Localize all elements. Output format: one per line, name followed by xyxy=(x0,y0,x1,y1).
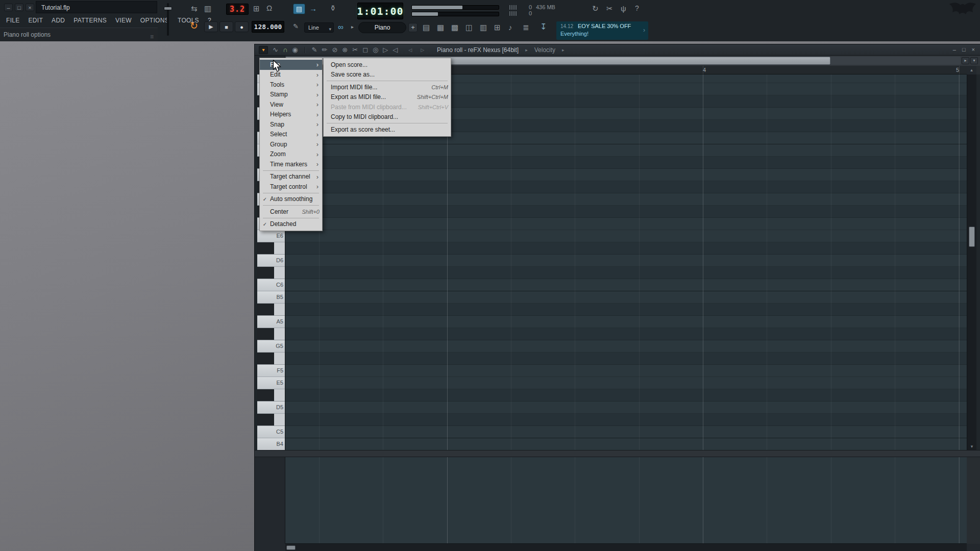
grid-row-d6[interactable] xyxy=(285,255,967,267)
main-volume-knob[interactable] xyxy=(164,7,172,10)
stop-button[interactable]: ■ xyxy=(219,21,233,32)
playlist-panel-icon[interactable]: ▤ xyxy=(423,23,430,31)
piano-key-c6[interactable]: C6 xyxy=(257,279,285,291)
grid-row-ds5[interactable] xyxy=(285,389,967,402)
app-close-button[interactable]: × xyxy=(26,4,34,11)
master-pitch-slider[interactable] xyxy=(411,12,499,16)
app-minimize-button[interactable]: – xyxy=(4,4,13,11)
grid-row-c6[interactable] xyxy=(285,279,967,291)
pr-close-button[interactable]: × xyxy=(972,46,975,53)
piano-roll-titlebar[interactable]: ▾ ∿ ∩ ◉ ✎ ✏ ⊘ ⊗ ✂ ◻ ◎ ▷ ◁ ◁ ▷ Piano roll… xyxy=(255,44,980,56)
grid-row-a6[interactable] xyxy=(285,169,967,181)
menu-item-edit[interactable]: Edit› xyxy=(260,70,322,80)
piano-key-as5[interactable] xyxy=(257,304,285,316)
piano-roll-panel-icon[interactable]: ▩ xyxy=(451,23,458,31)
stamp-tool-icon[interactable]: ◉ xyxy=(292,46,298,53)
grid-row-ds6[interactable] xyxy=(285,242,967,255)
grid-row-b6[interactable] xyxy=(285,144,967,157)
menu-item-zoom[interactable]: Zoom› xyxy=(260,149,322,160)
piano-key-gs5[interactable] xyxy=(257,328,285,340)
submenu-item-copy-to-midi-clipboard[interactable]: Copy to MIDI clipboard... xyxy=(324,112,451,122)
grid-row-e5[interactable] xyxy=(285,377,967,389)
hint-bar-grip-icon[interactable]: ≡ xyxy=(150,30,154,43)
menu-item-helpers[interactable]: Helpers› xyxy=(260,110,322,120)
menubar-item-options[interactable]: OPTIONS xyxy=(140,17,169,24)
grid-row-g5[interactable] xyxy=(285,340,967,353)
submenu-item-import-midi-file[interactable]: Import MIDI file...Ctrl+M xyxy=(324,82,451,92)
grid-row-gs6[interactable] xyxy=(285,181,967,193)
play-button[interactable]: ▶ xyxy=(204,21,218,32)
grid-row-fs6[interactable] xyxy=(285,206,967,218)
line-tool-selector[interactable]: Line ▾ xyxy=(304,22,334,33)
draw-mode-icon[interactable]: ✎ xyxy=(293,23,299,30)
channel-rack-panel-icon[interactable]: ▦ xyxy=(437,23,444,31)
piano-key-cs6[interactable] xyxy=(257,267,285,279)
scroll-drop-button[interactable]: ▾ xyxy=(970,57,978,64)
pattern-add-icon[interactable]: ⊞ xyxy=(253,5,260,12)
grid-row-cs5[interactable] xyxy=(285,414,967,426)
scroll-down-button[interactable]: ▾ xyxy=(967,443,976,450)
velocity-target-label[interactable]: Velocity xyxy=(534,46,555,54)
scroll-right-button[interactable]: ▸ xyxy=(962,57,969,64)
add-channel-button[interactable]: + xyxy=(408,23,418,32)
piano-key-c5[interactable]: C5 xyxy=(257,426,285,438)
piano-key-b4[interactable]: B4 xyxy=(257,438,285,450)
grid-row-d5[interactable] xyxy=(285,402,967,414)
record-button[interactable]: ● xyxy=(235,21,249,32)
grid-row-e6[interactable] xyxy=(285,230,967,242)
grid-row-f5[interactable] xyxy=(285,365,967,377)
select-tool-icon[interactable]: ◻ xyxy=(362,46,368,53)
grid-row-gs5[interactable] xyxy=(285,328,967,340)
submenu-item-save-score-as[interactable]: Save score as... xyxy=(324,70,451,80)
grid-row-g6[interactable] xyxy=(285,193,967,206)
next-channel-icon[interactable]: ▷ xyxy=(421,47,424,53)
link-icon[interactable]: ∞ xyxy=(338,23,344,31)
typing-keyboard-icon[interactable]: ▤ xyxy=(293,4,305,14)
tempo-display[interactable]: 128.000 xyxy=(252,21,284,33)
grid-row-fs5[interactable] xyxy=(285,353,967,365)
menu-item-snap[interactable]: Snap› xyxy=(260,119,322,130)
piano-key-e6[interactable]: E6 xyxy=(257,230,285,242)
piano-key-d6[interactable]: D6 xyxy=(257,255,285,267)
menubar-item-edit[interactable]: EDIT xyxy=(29,17,43,24)
menu-item-detached[interactable]: ✓Detached xyxy=(260,219,322,230)
menubar-item-file[interactable]: FILE xyxy=(6,17,20,24)
menubar-item-view[interactable]: VIEW xyxy=(115,17,132,24)
pr-maximize-button[interactable]: □ xyxy=(962,46,966,53)
menu-item-auto-smoothing[interactable]: ✓Auto smoothing xyxy=(260,194,322,205)
scroll-up-button[interactable]: ▴ xyxy=(967,66,976,74)
main-volume-slider[interactable] xyxy=(167,3,169,36)
vertical-scrollbar[interactable]: ▾ xyxy=(967,74,976,450)
grid-row-f6[interactable] xyxy=(285,218,967,230)
grid-row-cs6[interactable] xyxy=(285,267,967,279)
menu-item-time-markers[interactable]: Time markers› xyxy=(260,159,322,169)
speaker-icon[interactable]: ◁ xyxy=(393,46,398,53)
horizontal-scrollbar[interactable] xyxy=(255,544,980,551)
step-edit-icon[interactable]: ▥ xyxy=(204,5,211,12)
piano-key-b5[interactable]: B5 xyxy=(257,291,285,304)
menu-item-tools[interactable]: Tools› xyxy=(260,80,322,90)
mixer-panel-icon[interactable]: ▥ xyxy=(480,23,487,31)
grid-row-b5[interactable] xyxy=(285,291,967,304)
piano-key-a5[interactable]: A5 xyxy=(257,316,285,328)
piano-key-fs5[interactable] xyxy=(257,353,285,365)
master-volume-slider[interactable] xyxy=(411,5,499,10)
promo-banner[interactable]: 14.12 EOY SALE 30% OFF Everything! › xyxy=(556,21,648,40)
grid-row-as6[interactable] xyxy=(285,157,967,169)
magnet-icon[interactable]: ∩ xyxy=(283,46,287,53)
menu-item-view[interactable]: View› xyxy=(260,99,322,110)
grid-row-as5[interactable] xyxy=(285,304,967,316)
vertical-scrollbar-handle[interactable] xyxy=(969,227,975,247)
app-restore-button[interactable]: □ xyxy=(15,4,23,11)
menu-item-group[interactable]: Group› xyxy=(260,139,322,149)
help-icon[interactable]: ? xyxy=(635,5,639,12)
piano-key-cs5[interactable] xyxy=(257,414,285,426)
scissors-icon[interactable]: ✂ xyxy=(606,5,613,12)
tray-icon[interactable]: ↧ xyxy=(540,23,547,31)
menubar-item-patterns[interactable]: PATTERNS xyxy=(74,17,107,24)
position-display[interactable]: 3.2 xyxy=(226,4,249,15)
touch-panel-icon[interactable]: ≣ xyxy=(523,23,529,31)
menu-item-target-control[interactable]: Target control› xyxy=(260,182,322,192)
menu-item-select[interactable]: Select› xyxy=(260,130,322,140)
submenu-item-paste-from-midi-clipboard[interactable]: Paste from MIDI clipboard...Shift+Ctrl+V xyxy=(324,102,451,112)
